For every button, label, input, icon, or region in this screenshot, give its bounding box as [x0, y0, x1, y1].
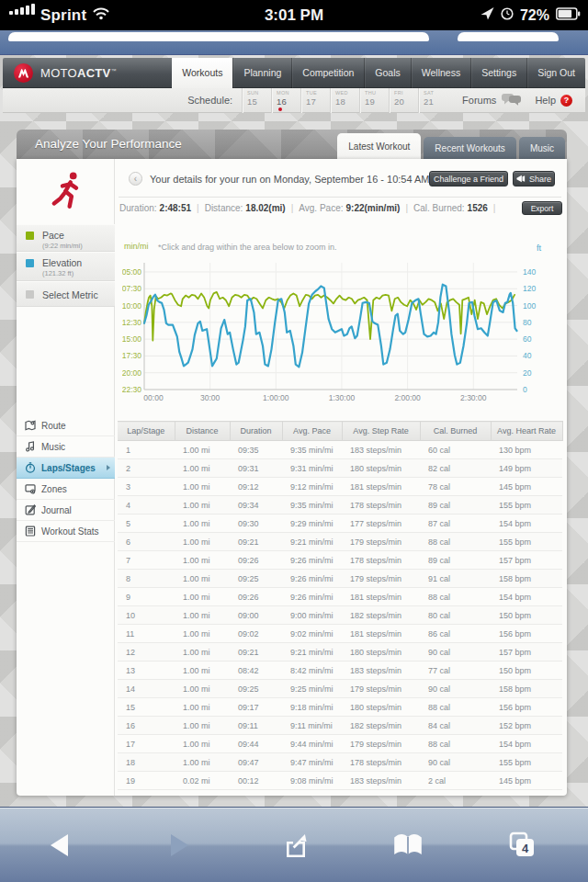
export-button[interactable]: Export [522, 201, 562, 215]
search-field[interactable] [458, 32, 559, 41]
performance-chart[interactable]: 05:0014007:3012010:0010012:308015:006017… [122, 250, 548, 409]
forums-link[interactable]: Forums [462, 93, 522, 107]
sidebar-item-journal[interactable]: Journal [17, 500, 115, 521]
svg-text:2:30:00: 2:30:00 [460, 393, 487, 402]
column-header[interactable]: Avg. Heart Rate [491, 422, 562, 441]
table-row: 21.00 mi09:319:31 min/mi180 steps/min82 … [118, 459, 562, 478]
sidebar-item-music[interactable]: Music [17, 436, 115, 458]
table-cell: 183 steps/min [342, 662, 420, 680]
battery-percent-label: 72% [520, 7, 549, 24]
svg-text:0: 0 [523, 385, 527, 394]
nav-tab-competition[interactable]: Competition [291, 58, 364, 88]
table-cell: 88 cal [420, 588, 491, 606]
column-header[interactable]: Duration [230, 422, 282, 441]
tab-music[interactable]: Music [519, 137, 565, 159]
column-header[interactable]: Avg. Step Rate [342, 422, 420, 441]
share-page-button[interactable] [263, 808, 329, 882]
table-cell: 09:17 [230, 698, 282, 717]
bookmarks-button[interactable] [375, 808, 441, 882]
tabs-button[interactable]: 4 [489, 808, 555, 882]
column-header[interactable]: Lap/Stage [118, 422, 175, 441]
table-cell: 9:47 min/mi [282, 753, 342, 772]
schedule-day-sat[interactable]: SAT21 [418, 88, 447, 113]
tab-recent-workouts[interactable]: Recent Workouts [424, 137, 516, 159]
table-row: 81.00 mi09:259:26 min/mi179 steps/min91 … [118, 570, 562, 588]
location-services-icon [481, 6, 494, 24]
brand[interactable]: MOTOACTV™ [14, 63, 117, 83]
column-header[interactable]: Cal. Burned [420, 422, 491, 441]
table-cell: 9:44 min/mi [282, 735, 342, 753]
svg-text:120: 120 [523, 284, 536, 293]
nav-tab-planning[interactable]: Planning [232, 58, 291, 88]
table-cell: 6 [118, 533, 175, 551]
table-cell: 154 bpm [491, 735, 562, 753]
table-cell: 88 cal [420, 735, 491, 753]
sidebar-item-workout-stats[interactable]: Workout Stats [17, 521, 115, 542]
schedule-days: SUN15 MON16 TUE17 WED18 THU19 FRI20 SAT2… [242, 88, 447, 113]
table-cell: 15 [118, 698, 175, 717]
schedule-label: Schedule: [187, 95, 232, 106]
main-content: ‹ Your details for your run on Monday, S… [115, 159, 567, 796]
safari-toolbar: 4 [0, 807, 588, 882]
table-row: 181.00 mi09:479:47 min/mi178 steps/min90… [118, 753, 562, 772]
svg-text:140: 140 [523, 267, 536, 277]
table-cell: 157 bpm [491, 551, 562, 570]
table-cell: 155 bpm [491, 533, 562, 551]
motorola-logo-icon [14, 63, 33, 83]
table-cell: 9:26 min/mi [282, 588, 342, 606]
table-cell: 90 cal [420, 753, 491, 772]
table-cell: 181 steps/min [342, 588, 420, 606]
schedule-day-wed[interactable]: WED18 [330, 88, 359, 113]
table-cell: 1.00 mi [175, 753, 230, 772]
sidebar-item-zones[interactable]: Zones [17, 479, 115, 500]
forward-arrow-icon [166, 831, 194, 859]
svg-text:1:30:00: 1:30:00 [329, 393, 356, 402]
table-cell: 09:35 [230, 441, 282, 459]
back-nav-button[interactable] [26, 808, 92, 882]
help-link[interactable]: Help ? [535, 95, 572, 107]
metric-toggles: Pace (9:22 min/mi) Elevation (121.32 ft)… [17, 224, 115, 307]
nav-tab-wellness[interactable]: Wellness [411, 58, 470, 88]
metric-elevation[interactable]: Elevation (121.32 ft) [17, 252, 115, 281]
table-cell: 179 steps/min [342, 533, 420, 551]
share-icon [279, 829, 312, 862]
nav-tab-goals[interactable]: Goals [364, 58, 410, 88]
table-cell: 1.00 mi [175, 478, 230, 496]
table-cell: 158 bpm [491, 570, 562, 588]
sidebar-item-laps-stages[interactable]: Laps/Stages [17, 458, 115, 479]
schedule-day-thu[interactable]: THU19 [359, 88, 389, 113]
schedule-day-tue[interactable]: TUE17 [300, 88, 330, 113]
schedule-day-mon[interactable]: MON16 [271, 88, 300, 113]
table-cell: 8:42 min/mi [282, 662, 342, 680]
address-bar[interactable] [8, 32, 429, 41]
table-cell: 09:00 [230, 606, 282, 625]
table-cell: 1.00 mi [175, 496, 230, 514]
nav-tab-settings[interactable]: Settings [470, 58, 526, 88]
svg-text:1:00:00: 1:00:00 [263, 393, 289, 402]
map-icon [25, 420, 36, 431]
nav-tab-workouts[interactable]: Workouts [172, 58, 232, 88]
table-cell: 09:02 [230, 625, 282, 643]
table-cell: 9:26 min/mi [282, 551, 342, 570]
table-row: 41.00 mi09:349:35 min/mi178 steps/min89 … [118, 496, 562, 514]
table-cell: 9:08 min/mi [282, 772, 342, 790]
table-cell: 09:34 [230, 496, 282, 514]
challenge-friend-button[interactable]: Challenge a Friend [429, 171, 508, 187]
forward-nav-button[interactable] [147, 808, 213, 882]
column-header[interactable]: Avg. Pace [282, 422, 342, 441]
table-cell: 1.00 mi [175, 570, 230, 588]
metric-pace[interactable]: Pace (9:22 min/mi) [17, 224, 115, 252]
back-button[interactable]: ‹ [129, 172, 142, 186]
svg-text:00:00: 00:00 [143, 393, 164, 402]
table-cell: 1.00 mi [175, 680, 230, 698]
schedule-day-sun[interactable]: SUN15 [242, 88, 271, 113]
back-arrow-icon [45, 831, 73, 859]
column-header[interactable]: Distance [175, 422, 230, 441]
share-button[interactable]: Share [513, 171, 555, 187]
sidebar-item-route[interactable]: Route [17, 415, 115, 436]
metric-select[interactable]: Select Metric [17, 281, 115, 307]
table-cell: 00:12 [230, 772, 282, 790]
schedule-day-fri[interactable]: FRI20 [389, 88, 418, 113]
tab-latest-workout[interactable]: Latest Workout [337, 133, 421, 159]
nav-tab-sign-out[interactable]: Sign Out [526, 58, 585, 88]
